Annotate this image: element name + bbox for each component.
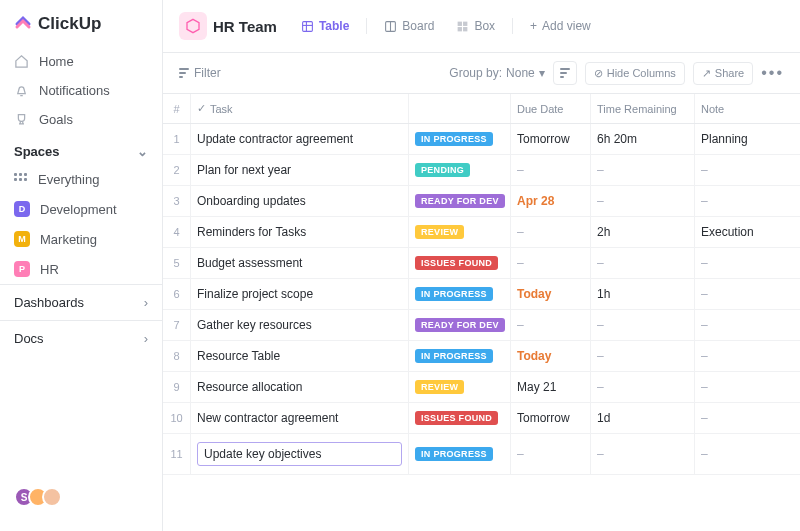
row-number: 9 (163, 372, 191, 402)
table-row[interactable]: 11Update key objectivesIN PROGRESS––– (163, 434, 800, 475)
col-status[interactable] (409, 94, 511, 123)
status-pill[interactable]: IN PROGRESS (415, 287, 493, 301)
nav-notifications[interactable]: Notifications (0, 76, 162, 105)
task-name: Resource allocation (197, 380, 302, 394)
sort-icon (560, 68, 570, 78)
avatar[interactable] (42, 487, 62, 507)
col-task[interactable]: ✓ Task (191, 94, 409, 123)
sort-button[interactable] (553, 61, 577, 85)
view-tab-table[interactable]: Table (293, 15, 357, 37)
status-pill[interactable]: READY FOR DEV (415, 318, 505, 332)
due-date-cell[interactable]: Tomorrow (511, 124, 591, 154)
due-date-cell[interactable]: – (511, 310, 591, 340)
table-row[interactable]: 8Resource TableIN PROGRESSToday–– (163, 341, 800, 372)
task-name-input[interactable]: Update key objectives (197, 442, 402, 466)
view-tab-board[interactable]: Board (376, 15, 442, 37)
table-row[interactable]: 7Gather key resourcesREADY FOR DEV––– (163, 310, 800, 341)
sidebar-dashboards[interactable]: Dashboards › (0, 284, 162, 320)
more-menu-button[interactable]: ••• (761, 64, 784, 82)
due-date-cell[interactable]: Today (511, 279, 591, 309)
due-date-cell[interactable]: – (511, 248, 591, 278)
time-remaining-cell[interactable]: – (591, 186, 695, 216)
logo[interactable]: ClickUp (0, 12, 162, 47)
note-cell[interactable]: – (695, 434, 785, 474)
table-row[interactable]: 10New contractor agreementISSUES FOUNDTo… (163, 403, 800, 434)
due-date-cell[interactable]: Apr 28 (511, 186, 591, 216)
due-date-cell[interactable]: – (511, 217, 591, 247)
due-date-cell[interactable]: May 21 (511, 372, 591, 402)
row-number: 11 (163, 434, 191, 474)
due-date-cell[interactable]: – (511, 155, 591, 185)
col-num[interactable]: # (163, 94, 191, 123)
table-row[interactable]: 3Onboarding updatesREADY FOR DEVApr 28–– (163, 186, 800, 217)
table-row[interactable]: 6Finalize project scopeIN PROGRESSToday1… (163, 279, 800, 310)
task-name: New contractor agreement (197, 411, 338, 425)
sidebar-everything[interactable]: Everything (0, 165, 162, 194)
sidebar-space-marketing[interactable]: MMarketing (0, 224, 162, 254)
status-pill[interactable]: IN PROGRESS (415, 349, 493, 363)
board-icon (384, 20, 397, 33)
row-number: 7 (163, 310, 191, 340)
note-cell[interactable]: – (695, 279, 785, 309)
sidebar-docs[interactable]: Docs › (0, 320, 162, 356)
share-button[interactable]: ↗ Share (693, 62, 753, 85)
sidebar-space-hr[interactable]: PHR (0, 254, 162, 284)
status-pill[interactable]: IN PROGRESS (415, 132, 493, 146)
time-remaining-cell[interactable]: 1h (591, 279, 695, 309)
row-number: 4 (163, 217, 191, 247)
view-tab-box[interactable]: Box (448, 15, 503, 37)
time-remaining-cell[interactable]: – (591, 248, 695, 278)
status-pill[interactable]: ISSUES FOUND (415, 256, 498, 270)
task-name: Reminders for Tasks (197, 225, 306, 239)
group-by-selector[interactable]: Group by: None ▾ (449, 66, 544, 80)
note-cell[interactable]: – (695, 403, 785, 433)
nav-goals[interactable]: Goals (0, 105, 162, 134)
time-remaining-cell[interactable]: – (591, 155, 695, 185)
table-row[interactable]: 5Budget assessmentISSUES FOUND––– (163, 248, 800, 279)
hide-columns-button[interactable]: ⊘ Hide Columns (585, 62, 685, 85)
col-time[interactable]: Time Remaining (591, 94, 695, 123)
note-cell[interactable]: Planning (695, 124, 785, 154)
time-remaining-cell[interactable]: – (591, 341, 695, 371)
status-pill[interactable]: READY FOR DEV (415, 194, 505, 208)
status-pill[interactable]: ISSUES FOUND (415, 411, 498, 425)
share-icon: ↗ (702, 67, 711, 80)
col-note[interactable]: Note (695, 94, 785, 123)
note-cell[interactable]: – (695, 341, 785, 371)
table-row[interactable]: 1Update contractor agreementIN PROGRESST… (163, 124, 800, 155)
note-cell[interactable]: – (695, 310, 785, 340)
col-due[interactable]: Due Date (511, 94, 591, 123)
task-name: Finalize project scope (197, 287, 313, 301)
time-remaining-cell[interactable]: – (591, 434, 695, 474)
status-pill[interactable]: REVIEW (415, 225, 464, 239)
table-row[interactable]: 4Reminders for TasksREVIEW–2hExecution (163, 217, 800, 248)
due-date-cell[interactable]: Today (511, 341, 591, 371)
bell-icon (14, 83, 29, 98)
table-row[interactable]: 9Resource allocationREVIEWMay 21–– (163, 372, 800, 403)
user-avatars[interactable]: S (0, 475, 162, 519)
due-date-cell[interactable]: Tomorrow (511, 403, 591, 433)
status-pill[interactable]: IN PROGRESS (415, 447, 493, 461)
due-date-cell[interactable]: – (511, 434, 591, 474)
note-cell[interactable]: – (695, 372, 785, 402)
note-cell[interactable]: – (695, 248, 785, 278)
task-name: Onboarding updates (197, 194, 306, 208)
note-cell[interactable]: Execution (695, 217, 785, 247)
note-cell[interactable]: – (695, 186, 785, 216)
table-row[interactable]: 2Plan for next yearPENDING––– (163, 155, 800, 186)
spaces-header[interactable]: Spaces ⌄ (0, 134, 162, 165)
add-view-button[interactable]: + Add view (522, 15, 599, 37)
time-remaining-cell[interactable]: – (591, 372, 695, 402)
nav-home[interactable]: Home (0, 47, 162, 76)
time-remaining-cell[interactable]: – (591, 310, 695, 340)
status-pill[interactable]: REVIEW (415, 380, 464, 394)
time-remaining-cell[interactable]: 1d (591, 403, 695, 433)
time-remaining-cell[interactable]: 2h (591, 217, 695, 247)
time-remaining-cell[interactable]: 6h 20m (591, 124, 695, 154)
filter-button[interactable]: Filter (179, 66, 221, 80)
note-cell[interactable]: – (695, 155, 785, 185)
chevron-right-icon: › (144, 295, 148, 310)
box-icon (456, 20, 469, 33)
sidebar-space-development[interactable]: DDevelopment (0, 194, 162, 224)
status-pill[interactable]: PENDING (415, 163, 470, 177)
